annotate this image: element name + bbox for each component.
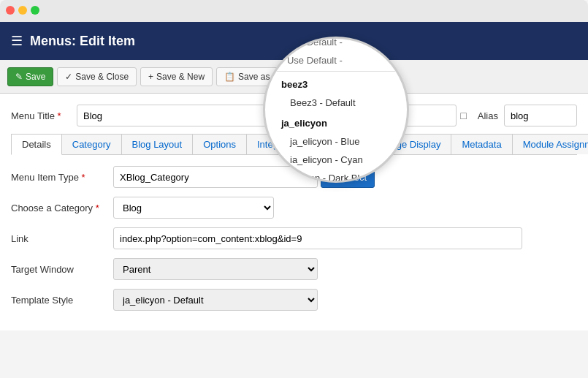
tab-metadata[interactable]: Metadata bbox=[451, 134, 512, 154]
dropdown-item-beez3-default[interactable]: Beez3 - Default bbox=[272, 94, 400, 112]
tab-options[interactable]: Options bbox=[192, 134, 247, 154]
traffic-lights bbox=[6, 6, 39, 15]
separator-1 bbox=[272, 71, 400, 72]
choose-category-select[interactable]: Blog bbox=[113, 197, 274, 219]
template-style-select[interactable]: ja_elicyon - Default bbox=[113, 289, 318, 311]
tab-blog-layout[interactable]: Blog Layout bbox=[121, 134, 194, 154]
plus-icon: + bbox=[148, 72, 153, 82]
dropdown-item-ja-elicyon[interactable]: ja_elicyon bbox=[272, 112, 400, 132]
dropdown-item-ia-elicyon-cyan[interactable]: ia_elicyon - Cyan bbox=[272, 151, 400, 169]
tab-details[interactable]: Details bbox=[11, 134, 62, 155]
link-input[interactable] bbox=[113, 227, 522, 249]
generate-alias-icon[interactable]: □ bbox=[460, 110, 466, 121]
magnifier-content: - Use Default - - Use Default - beez3 Be… bbox=[265, 39, 407, 181]
alias-label: Alias bbox=[478, 110, 498, 121]
minimize-traffic-light[interactable] bbox=[18, 6, 27, 15]
close-traffic-light[interactable] bbox=[6, 6, 15, 15]
template-style-row: Template Style ja_elicyon - Default bbox=[11, 289, 577, 311]
choose-category-label: Choose a Category bbox=[11, 203, 113, 213]
tab-module-assignments[interactable]: Module Assignme... bbox=[512, 134, 588, 154]
template-style-label: Template Style bbox=[11, 295, 113, 306]
save-new-button[interactable]: + Save & New bbox=[140, 67, 213, 86]
target-window-select[interactable]: Parent bbox=[113, 258, 318, 280]
target-window-row: Target Window Parent bbox=[11, 258, 577, 280]
menu-title-label: Menu Title bbox=[11, 110, 77, 121]
choose-category-row: Choose a Category Blog bbox=[11, 197, 577, 219]
maximize-traffic-light[interactable] bbox=[31, 6, 39, 15]
menu-item-type-input[interactable] bbox=[113, 166, 318, 188]
tab-category[interactable]: Category bbox=[61, 134, 122, 154]
menu-hamburger-icon: ☰ bbox=[11, 33, 23, 49]
dropdown-item-ja-elicyon-blue[interactable]: ja_elicyon - Blue bbox=[272, 132, 400, 151]
checkmark-icon: ✓ bbox=[65, 72, 72, 82]
save-close-button[interactable]: ✓ Save & Close bbox=[57, 67, 137, 86]
dropdown-item-beez3[interactable]: beez3 bbox=[272, 73, 400, 94]
alias-input[interactable] bbox=[504, 105, 577, 126]
copy-icon: 📋 bbox=[224, 72, 235, 82]
page-title: Menus: Edit Item bbox=[30, 34, 135, 49]
dropdown-item-use-default-2[interactable]: - Use Default - bbox=[272, 51, 400, 69]
magnifier-overlay: - Use Default - - Use Default - beez3 Be… bbox=[263, 37, 409, 183]
link-row: Link bbox=[11, 227, 577, 249]
save-icon: ✎ bbox=[15, 72, 23, 82]
content-area: Menu Title □ Alias Details Category Blog… bbox=[0, 94, 588, 330]
window-chrome bbox=[0, 0, 588, 22]
link-label: Link bbox=[11, 233, 113, 244]
menu-item-type-label: Menu Item Type bbox=[11, 172, 113, 183]
save-button[interactable]: ✎ Save bbox=[7, 67, 53, 86]
target-window-label: Target Window bbox=[11, 264, 113, 275]
